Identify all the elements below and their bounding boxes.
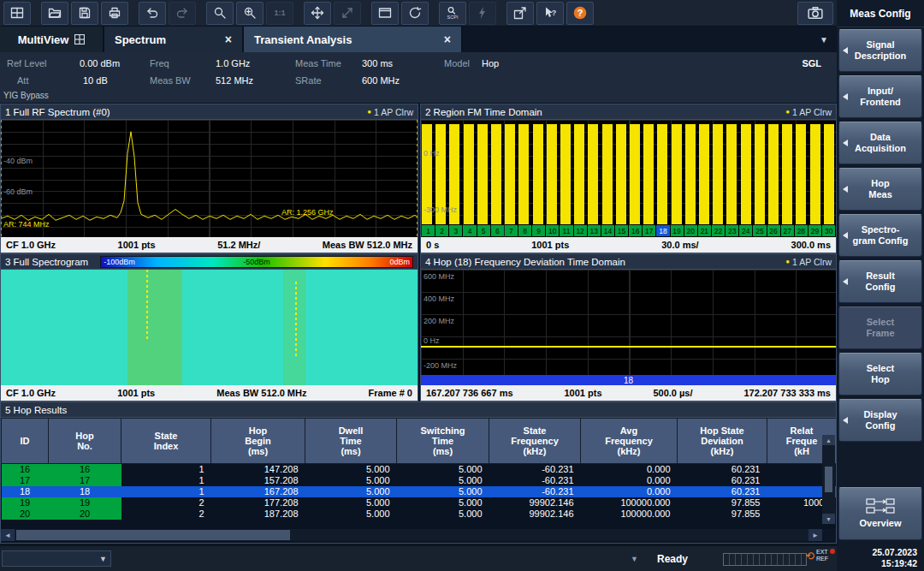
column-header[interactable]: Dwell Time (ms) [305, 419, 397, 464]
hop-index-9[interactable]: 9 [532, 225, 545, 236]
hop-index-20[interactable]: 20 [684, 225, 697, 236]
setting-value-att[interactable]: 10 dB [83, 75, 108, 86]
spectrum-plot[interactable]: -40 dBm -60 dBm AR: 1.256 GHz AR: 744 MH… [1, 120, 418, 237]
hop-index-18[interactable]: 18 [656, 225, 669, 236]
close-tab-icon[interactable]: × [213, 33, 232, 46]
trace-indicator[interactable]: ● 1 AP Clrw [785, 257, 832, 267]
setting-value-model[interactable]: Hop [482, 58, 499, 68]
status-selector[interactable]: ▼ [2, 550, 111, 567]
scroll-left-icon[interactable]: ◄ [1, 529, 15, 541]
horizontal-scroll-thumb[interactable] [16, 530, 290, 540]
softkey-select-hop[interactable]: Select Hop [838, 353, 922, 396]
setting-value-srate[interactable]: 600 MHz [362, 75, 400, 86]
scroll-right-icon[interactable]: ► [808, 529, 822, 541]
scpi-recorder-icon[interactable]: SCPI [439, 2, 466, 25]
new-window-icon[interactable] [506, 2, 534, 25]
scroll-up-icon[interactable]: ▲ [822, 435, 835, 445]
column-header[interactable]: Hop State Deviation (kHz) [678, 419, 767, 464]
window-title-bar[interactable]: 3 Full Spectrogram -100dBm -50dBm 0dBm [1, 254, 418, 270]
tab-spectrum[interactable]: Spectrum × [104, 27, 244, 52]
scroll-down-icon[interactable]: ▼ [822, 514, 835, 524]
softkey-display-config[interactable]: Display Config [838, 399, 922, 442]
column-header[interactable]: Switching Time (ms) [397, 419, 489, 464]
hop-index-27[interactable]: 27 [781, 225, 794, 236]
softkey-spectro-gram-config[interactable]: Spectro- gram Config [838, 214, 922, 257]
hop-index-16[interactable]: 16 [629, 225, 642, 236]
hop-index-28[interactable]: 28 [795, 225, 808, 236]
deviation-plot[interactable]: 600 MHz 400 MHz 200 MHz 0 Hz -200 MHz 18 [421, 270, 836, 385]
hop-index-1[interactable]: 1 [422, 225, 435, 236]
horizontal-scroll-track[interactable] [15, 529, 808, 541]
hop-index-24[interactable]: 24 [739, 225, 752, 236]
column-header[interactable]: ID [2, 419, 49, 464]
close-tab-icon[interactable]: × [432, 33, 451, 46]
open-folder-icon[interactable] [41, 2, 68, 25]
column-header[interactable]: Hop Begin (ms) [211, 419, 305, 464]
tab-list-caret-icon[interactable]: ▼ [820, 35, 828, 45]
hop-index-30[interactable]: 30 [822, 225, 835, 236]
hop-index-22[interactable]: 22 [712, 225, 725, 236]
hop-index-29[interactable]: 29 [808, 225, 821, 236]
window-layout-icon[interactable] [3, 2, 31, 25]
window-title-bar[interactable]: 2 Region FM Time Domain ● 1 AP Clrw [421, 104, 836, 120]
table-row-19[interactable]: 19192177.2085.0005.00099902.146100000.00… [2, 497, 837, 509]
softkey-signal-description[interactable]: Signal Description [838, 29, 922, 72]
hop-index-25[interactable]: 25 [753, 225, 766, 236]
hop-index-5[interactable]: 5 [477, 225, 490, 236]
hop-index-12[interactable]: 12 [574, 225, 587, 236]
table-horizontal-scrollbar[interactable]: ◄ ► [1, 529, 836, 541]
save-icon[interactable] [71, 2, 98, 25]
table-row-18[interactable]: 18181167.2085.0005.000-60.2310.00060.231 [2, 486, 837, 497]
hop-index-7[interactable]: 7 [505, 225, 518, 236]
softkey-overview[interactable]: Overview [838, 487, 922, 540]
move-icon[interactable] [304, 2, 331, 25]
window-title-bar[interactable]: 5 Hop Results [1, 402, 836, 418]
hop-index-2[interactable]: 2 [435, 225, 448, 236]
multiview-button[interactable]: MultiView [0, 27, 104, 52]
trace-indicator[interactable]: ● 1 AP Clrw [367, 107, 413, 117]
tab-transient-analysis[interactable]: Transient Analysis × [244, 27, 463, 52]
setting-value-freq[interactable]: 1.0 GHz [216, 58, 250, 68]
status-collapse-caret-icon[interactable]: ▼ [631, 555, 638, 563]
multi-zoom-icon[interactable] [236, 2, 264, 25]
hop-index-8[interactable]: 8 [518, 225, 531, 236]
hop-index-10[interactable]: 10 [546, 225, 559, 236]
column-header[interactable]: State Frequency (kHz) [489, 419, 581, 464]
setting-value-ref-level[interactable]: 0.00 dBm [80, 58, 120, 68]
status-selector-caret-icon[interactable]: ▼ [99, 555, 107, 563]
softkey-input-frontend[interactable]: Input/ Frontend [838, 75, 922, 118]
hop-index-17[interactable]: 17 [643, 225, 655, 236]
hop-index-19[interactable]: 19 [671, 225, 684, 236]
hop-index-3[interactable]: 3 [449, 225, 462, 236]
window-title-bar[interactable]: 4 Hop (18) Frequency Deviation Time Doma… [421, 254, 836, 270]
hop-index-23[interactable]: 23 [726, 225, 738, 236]
zoom-icon[interactable] [206, 2, 234, 25]
hop-index-6[interactable]: 6 [491, 225, 504, 236]
spectrogram-plot[interactable] [1, 270, 418, 385]
setting-value-meas-time[interactable]: 300 ms [362, 58, 393, 68]
hop-index-13[interactable]: 13 [588, 225, 601, 236]
refresh-icon[interactable] [401, 2, 429, 25]
column-header[interactable]: Hop No. [49, 419, 121, 464]
trace-indicator[interactable]: ● 1 AP Clrw [785, 107, 832, 117]
table-row-16[interactable]: 16161147.2085.0005.000-60.2310.00060.231 [2, 464, 837, 476]
table-row-17[interactable]: 17171157.2085.0005.000-60.2310.00060.231 [2, 475, 837, 486]
column-header[interactable]: Avg Frequency (kHz) [581, 419, 678, 464]
column-header[interactable]: State Index [121, 419, 211, 464]
softkey-hop-meas[interactable]: Hop Meas [838, 168, 922, 211]
table-vertical-scrollbar[interactable]: ▲ ▼ [822, 435, 835, 524]
display-config-icon[interactable] [371, 2, 399, 25]
undo-icon[interactable] [139, 2, 166, 25]
vertical-scroll-thumb[interactable] [825, 467, 832, 492]
table-row-20[interactable]: 20202187.2085.0005.00099902.146100000.00… [2, 509, 837, 520]
softkey-data-acquisition[interactable]: Data Acquisition [838, 122, 922, 164]
softkey-result-config[interactable]: Result Config [838, 260, 922, 303]
help-icon[interactable]: ? [566, 2, 594, 25]
help-pointer-icon[interactable]: ? [536, 2, 564, 25]
setting-value-meas-bw[interactable]: 512 MHz [216, 75, 253, 86]
hop-index-15[interactable]: 15 [615, 225, 628, 236]
hop-index-21[interactable]: 21 [698, 225, 711, 236]
hop-index-26[interactable]: 26 [767, 225, 780, 236]
hop-index-11[interactable]: 11 [560, 225, 572, 236]
screenshot-camera-icon[interactable] [797, 2, 833, 25]
